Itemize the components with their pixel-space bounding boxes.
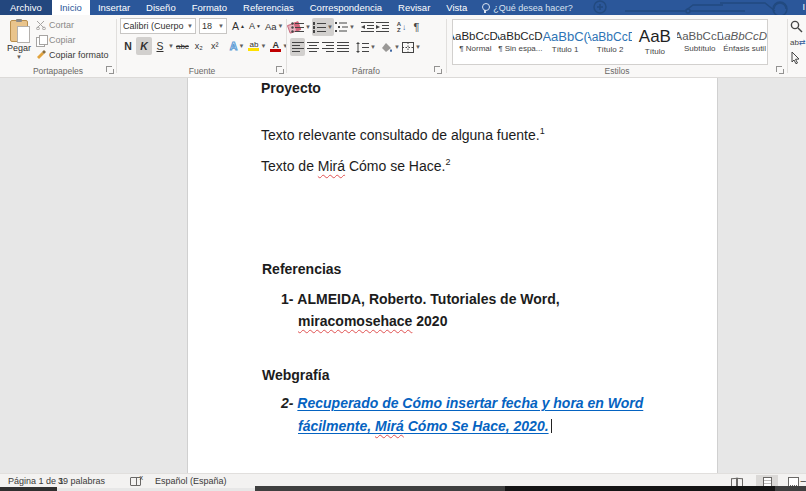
grow-font-letter: A	[232, 20, 239, 32]
tab-formato[interactable]: Formato	[184, 0, 235, 15]
hyperlink-line2[interactable]: fácilmente, Mirá Cómo Se Hace, 2020.	[298, 418, 549, 434]
change-case-button[interactable]: Aa▼	[263, 17, 286, 35]
style-sin-espaciado[interactable]: AaBbCcDc ¶ Sin espa...	[498, 20, 543, 64]
font-family-value: Calibri (Cuerpo	[123, 21, 184, 31]
tell-me-box[interactable]: ¿Qué desea hacer?	[475, 0, 579, 15]
cut-button[interactable]: Cortar	[36, 19, 109, 31]
tab-vista[interactable]: Vista	[438, 0, 475, 15]
show-marks-button[interactable]: ¶	[409, 18, 424, 36]
copy-button[interactable]: Copiar	[36, 34, 109, 46]
align-right-button[interactable]	[320, 38, 335, 56]
numbering-icon	[313, 22, 326, 33]
shrink-font-button[interactable]: A▼	[247, 17, 263, 35]
tab-diseno[interactable]: Diseño	[138, 0, 184, 15]
italic-button[interactable]: K	[136, 37, 152, 55]
subscript-button[interactable]: x₂	[191, 37, 207, 55]
text-effects-button[interactable]: A▼	[228, 37, 247, 55]
text-cursor	[551, 419, 552, 433]
estilos-dialog-launcher[interactable]	[776, 66, 784, 74]
portapapeles-dialog-launcher[interactable]	[106, 66, 114, 74]
hyperlink-line2-pre: fácilmente,	[298, 418, 375, 434]
find-icon[interactable]	[790, 20, 803, 33]
style-normal[interactable]: AaBbCcDc ¶ Normal	[453, 20, 498, 64]
hyperlink-line1[interactable]: Recuperado de Cómo insertar fecha y hora…	[297, 395, 643, 411]
tab-inicio[interactable]: Inicio	[52, 0, 90, 15]
group-label-estilos: Estilos	[448, 66, 786, 76]
ref2-number: 2-	[281, 395, 293, 411]
titlebar-decor-pattern	[570, 0, 800, 15]
multilevel-list-icon	[335, 22, 348, 33]
highlight-button[interactable]: ab ▼	[246, 37, 268, 55]
font-family-caret: ▼	[187, 23, 193, 29]
bullets-button[interactable]: ▼	[290, 18, 312, 36]
font-size-combobox[interactable]: 18 ▼	[199, 18, 227, 34]
sort-icon: AZ	[397, 21, 401, 33]
increase-indent-button[interactable]	[375, 18, 390, 36]
borders-icon	[402, 42, 414, 53]
tab-correspondencia[interactable]: Correspondencia	[302, 0, 390, 15]
underline-button[interactable]: S	[152, 37, 168, 55]
language-status[interactable]: Español (España)	[155, 474, 227, 488]
style-sin-espaciado-preview: AaBbCcDc	[498, 31, 543, 43]
align-center-button[interactable]	[305, 38, 320, 56]
style-titulo-2-preview: AaBbCcD	[588, 31, 633, 43]
doc-ref1-line2: miracomosehace 2020	[298, 313, 447, 329]
parrafo-dialog-launcher[interactable]	[434, 66, 442, 74]
strikethrough-button[interactable]: abc	[174, 37, 191, 55]
format-painter-icon	[36, 50, 46, 60]
doc-heading-referencias: Referencias	[262, 261, 341, 277]
replace-icon[interactable]: ab⇄	[790, 38, 806, 47]
sort-button[interactable]: AZ ↓	[394, 18, 409, 36]
style-normal-preview: AaBbCcDc	[453, 31, 498, 43]
decrease-indent-icon	[361, 22, 374, 33]
style-titulo-1-preview: AaBbC(	[543, 30, 588, 43]
borders-button[interactable]: ▼	[401, 38, 422, 56]
shading-button[interactable]: ▼	[380, 38, 401, 56]
tab-revisar[interactable]: Revisar	[390, 0, 438, 15]
fuente-dialog-launcher[interactable]	[276, 66, 284, 74]
footnote-ref-1[interactable]: 1	[540, 126, 545, 136]
font-family-combobox[interactable]: Calibri (Cuerpo ▼	[120, 18, 196, 34]
justify-icon	[337, 42, 349, 53]
group-label-fuente: Fuente	[118, 66, 286, 76]
style-titulo[interactable]: AaB Título	[632, 20, 677, 64]
line-spacing-button[interactable]: ▼	[355, 38, 377, 56]
align-left-button[interactable]	[290, 38, 305, 56]
numbering-button[interactable]: ▼	[312, 18, 334, 36]
style-titulo-2-label: Título 2	[597, 45, 624, 54]
sign-in-label[interactable]: I	[802, 0, 806, 15]
paste-button[interactable]: Pegar ▼	[4, 18, 34, 72]
style-sin-espaciado-label: ¶ Sin espa...	[498, 44, 542, 53]
group-fuente: Calibri (Cuerpo ▼ 18 ▼ A▲ A▼ Aa▼ N K S ▼…	[118, 15, 286, 77]
justify-button[interactable]	[335, 38, 350, 56]
format-painter-button[interactable]: Copiar formato	[36, 49, 109, 61]
multilevel-list-button[interactable]: ▼	[334, 18, 356, 36]
bullets-icon	[291, 22, 304, 33]
paste-dropdown-caret[interactable]: ▼	[16, 54, 22, 60]
footnote-ref-2[interactable]: 2	[445, 157, 450, 167]
tab-insertar[interactable]: Insertar	[90, 0, 138, 15]
proofing-errors-icon[interactable]	[130, 477, 141, 486]
document-canvas[interactable]: Proyecto Texto relevante consultado de a…	[0, 78, 806, 473]
style-enfasis-sutil[interactable]: AaBbCcDc Énfasis sutil	[722, 20, 767, 64]
doc-ref1-line1: 1- ALMEIDA, Roberto. Tutoriales de Word,	[281, 291, 560, 307]
document-page[interactable]: Proyecto Texto relevante consultado de a…	[187, 78, 718, 473]
bold-button[interactable]: N	[120, 37, 136, 55]
page-count-status[interactable]: Página 1 de 1	[8, 474, 64, 488]
grow-font-button[interactable]: A▲	[230, 17, 247, 35]
cut-label: Cortar	[49, 20, 74, 30]
style-titulo-2[interactable]: AaBbCcD Título 2	[588, 20, 633, 64]
ribbon: Pegar ▼ Cortar Copiar Copiar formato Por…	[0, 15, 806, 78]
decrease-indent-button[interactable]	[360, 18, 375, 36]
font-color-icon: A	[270, 41, 281, 52]
tab-referencias[interactable]: Referencias	[235, 0, 302, 15]
word-count-status[interactable]: 39 palabras	[58, 474, 105, 488]
style-titulo-1[interactable]: AaBbC( Título 1	[543, 20, 588, 64]
superscript-button[interactable]: x²	[207, 37, 223, 55]
select-icon[interactable]	[790, 52, 801, 64]
change-case-label: Aa	[265, 21, 277, 32]
style-subtitulo[interactable]: AaBbCcD Subtítulo	[677, 20, 722, 64]
tab-archivo[interactable]: Archivo	[0, 0, 52, 15]
web-layout-icon	[788, 477, 799, 486]
group-portapapeles: Pegar ▼ Cortar Copiar Copiar formato Por…	[0, 15, 116, 77]
